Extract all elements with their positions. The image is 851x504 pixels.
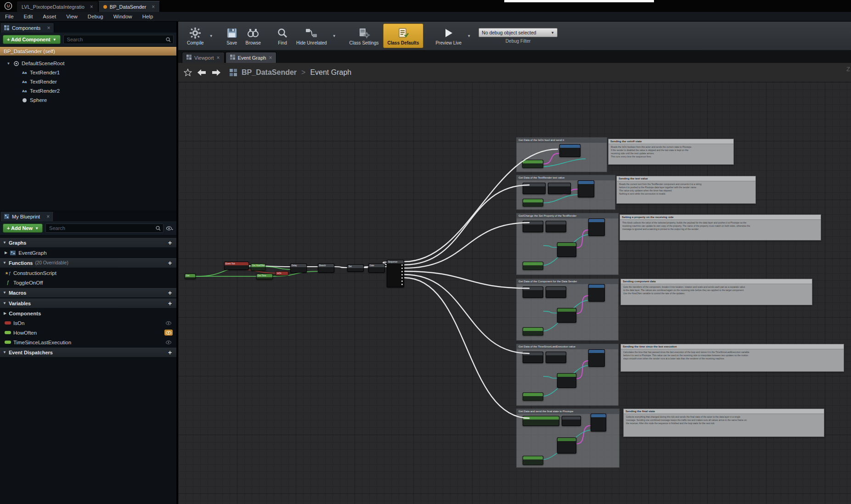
class-settings-button[interactable]: Class Settings: [345, 23, 383, 48]
window-doc-tab[interactable]: LVL_PixotopeDataIntegratio×: [17, 1, 98, 12]
graph-node-cluster[interactable]: Get Data of the TimeSinceLastExecution v…: [516, 344, 619, 406]
add-new-button[interactable]: + Add New▼: [3, 224, 43, 233]
favorite-star-icon[interactable]: [184, 68, 192, 77]
collapse-arrow-icon[interactable]: ▼: [3, 301, 6, 305]
item-toggleonoff[interactable]: ƒToggleOnOff: [0, 278, 176, 287]
blueprint-node[interactable]: [522, 160, 543, 168]
blueprint-node[interactable]: [588, 218, 605, 236]
blueprint-node-gate[interactable]: Gate: [368, 263, 385, 273]
close-icon[interactable]: ×: [217, 55, 220, 61]
section-event-dispatchers[interactable]: ▼Event Dispatchers+: [0, 347, 176, 358]
exec-pin[interactable]: [401, 264, 403, 266]
blueprint-node[interactable]: [523, 327, 543, 336]
close-icon[interactable]: ×: [47, 25, 50, 31]
breadcrumb-root[interactable]: BP_DataSender: [242, 68, 297, 77]
blueprint-node-set[interactable]: Set: [347, 264, 364, 272]
close-icon[interactable]: ×: [46, 213, 50, 220]
blueprint-node[interactable]: [548, 183, 571, 194]
collapse-arrow-icon[interactable]: ▼: [3, 241, 6, 245]
visibility-filter-icon[interactable]: [166, 226, 174, 231]
exec-pin[interactable]: [401, 271, 403, 272]
blueprint-node[interactable]: [578, 180, 594, 197]
eye-closed-icon[interactable]: [164, 339, 173, 345]
expander-icon[interactable]: ▶: [4, 311, 6, 315]
graph-comment-box[interactable]: Sending component dataGets the transform…: [620, 279, 812, 305]
graph-comment-box[interactable]: Sending the time since the last executio…: [620, 344, 844, 372]
tab-viewport[interactable]: Viewport×: [182, 52, 225, 63]
components-self-row[interactable]: BP_DataSender (self): [0, 47, 176, 56]
blueprint-node[interactable]: [523, 262, 543, 270]
blueprint-node-ison[interactable]: IsOn: [276, 271, 288, 275]
event-graph-canvas[interactable]: Sending the on/off stateReads the IsOn b…: [178, 82, 851, 504]
section-graphs[interactable]: ▼Graphs+: [0, 237, 176, 248]
browse-button[interactable]: Browse: [242, 23, 265, 48]
blueprint-node[interactable]: [523, 416, 559, 426]
graph-node-cluster[interactable]: Get Data of the Component for the Data S…: [516, 279, 619, 341]
blueprint-node[interactable]: [591, 414, 606, 431]
tree-item-textrender1[interactable]: AaTextRender1: [0, 68, 176, 77]
variable-ison[interactable]: IsOn: [0, 318, 176, 328]
exec-pin[interactable]: [401, 284, 403, 285]
my-blueprint-panel-tab[interactable]: My Blueprint ×: [0, 211, 54, 221]
close-icon[interactable]: ×: [152, 4, 155, 10]
blueprint-node[interactable]: [562, 416, 581, 426]
exec-pin[interactable]: [401, 277, 403, 279]
forward-arrow-icon[interactable]: [211, 69, 221, 76]
components-panel-tab[interactable]: Components ×: [0, 22, 54, 33]
graph-comment-box[interactable]: Setting a property on the receiving side…: [620, 214, 821, 241]
tree-item-sphere[interactable]: Sphere: [0, 95, 176, 105]
graph-node-cluster[interactable]: Get Data of the IsOn bool and send it: [516, 137, 607, 172]
preview-live-button[interactable]: Preview Live: [431, 23, 466, 48]
menu-window[interactable]: Window: [108, 12, 137, 21]
collapse-arrow-icon[interactable]: ▼: [3, 350, 6, 354]
hide-unrelated-button[interactable]: Hide Unrelated: [292, 23, 331, 48]
back-arrow-icon[interactable]: [197, 69, 207, 76]
blueprint-node[interactable]: [588, 349, 605, 367]
blueprint-node[interactable]: [523, 183, 546, 194]
blueprint-node[interactable]: [557, 242, 576, 257]
tree-item-textrender[interactable]: AaTextRender: [0, 77, 176, 86]
blueprint-node[interactable]: [523, 286, 543, 298]
menu-view[interactable]: View: [61, 12, 83, 21]
find-button[interactable]: Find: [273, 23, 292, 48]
add-icon[interactable]: +: [166, 349, 174, 356]
components-search[interactable]: [63, 35, 174, 44]
blueprint-node-event-tick[interactable]: Event Tick: [224, 262, 249, 270]
components-search-input[interactable]: [66, 36, 166, 43]
graph-node-cluster[interactable]: Get Data of the TextRender text value: [516, 175, 615, 210]
exec-pin[interactable]: [401, 274, 403, 275]
chevron-down-icon[interactable]: ▼: [331, 23, 338, 48]
blueprint-node[interactable]: [523, 199, 543, 207]
blueprint-node-branch[interactable]: Branch: [318, 263, 334, 273]
chevron-down-icon[interactable]: ▼: [466, 23, 472, 48]
exec-pin[interactable]: [401, 280, 403, 282]
debug-object-dropdown[interactable]: No debug object selected▼: [479, 28, 558, 37]
blueprint-node[interactable]: [523, 392, 543, 401]
add-icon[interactable]: +: [166, 300, 174, 307]
section-variables[interactable]: ▼Variables+: [0, 298, 176, 308]
blueprint-node[interactable]: [559, 144, 580, 157]
collapse-arrow-icon[interactable]: ▼: [3, 291, 6, 295]
blueprint-node[interactable]: [546, 352, 566, 363]
close-icon[interactable]: ×: [90, 4, 93, 10]
menu-file[interactable]: File: [0, 12, 19, 21]
blueprint-node-get[interactable]: Get: [185, 274, 196, 279]
blueprint-node[interactable]: [546, 221, 566, 232]
graph-comment-box[interactable]: Sending the text valueReads the current …: [616, 176, 756, 204]
my-blueprint-search-input[interactable]: [48, 225, 156, 231]
blueprint-node[interactable]: [523, 456, 543, 465]
tree-item-textrender2[interactable]: AaTextRender2: [0, 86, 176, 95]
blueprint-node-sequence[interactable]: Sequence: [387, 260, 404, 287]
menu-asset[interactable]: Asset: [38, 12, 61, 21]
add-icon[interactable]: +: [166, 259, 174, 267]
add-icon[interactable]: +: [166, 289, 174, 297]
blueprint-node-get-time[interactable]: Get Time: [256, 274, 273, 280]
tab-event-graph[interactable]: Event Graph×: [225, 52, 277, 63]
collapse-arrow-icon[interactable]: ▼: [3, 261, 6, 265]
eye-open-icon[interactable]: [164, 330, 173, 336]
menu-debug[interactable]: Debug: [83, 12, 108, 21]
exec-pin[interactable]: [401, 268, 403, 269]
blueprint-node[interactable]: [546, 286, 566, 298]
group-components[interactable]: ▶Components: [0, 308, 176, 318]
item-constructionscript[interactable]: ★ƒConstructionScript: [0, 268, 176, 278]
